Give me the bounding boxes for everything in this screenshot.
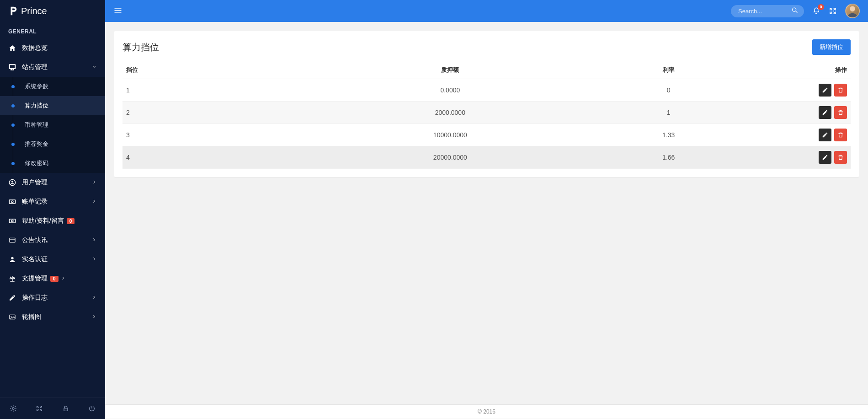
edit-button[interactable] (819, 84, 831, 97)
levels-table: 挡位 质押额 利率 操作 10.0000022000.00001310000.0… (122, 61, 851, 169)
footer-fullscreen[interactable] (27, 398, 53, 419)
cell-actions (778, 124, 851, 146)
nav-badge: 0 (67, 218, 75, 224)
main-content: 算力挡位 新增挡位 挡位 质押额 利率 操作 10.0000022000.000… (105, 0, 868, 404)
money-icon (8, 198, 16, 205)
footer-lock[interactable] (53, 398, 79, 419)
avatar-icon (846, 5, 859, 17)
sidebar-footer (0, 397, 105, 419)
notification-badge: 0 (818, 4, 824, 10)
nav-item-1[interactable]: 站点管理 (0, 58, 105, 77)
nav-item-label: 帮助/资料/留言 (22, 217, 64, 225)
nav-item-4[interactable]: 帮助/资料/留言0 (0, 211, 105, 231)
subnav: 系统参数算力挡位币种管理推荐奖金修改密码 (0, 77, 105, 173)
chevron-right-icon (91, 198, 97, 205)
delete-button[interactable] (834, 84, 847, 97)
pencil-icon (822, 109, 828, 116)
trash-icon (837, 132, 844, 138)
table-row: 22000.00001 (122, 102, 851, 124)
nav-item-5[interactable]: 公告快讯 (0, 231, 105, 250)
col-actions: 操作 (778, 61, 851, 79)
brand-logo[interactable]: Prince (0, 0, 105, 22)
edit-button[interactable] (819, 129, 831, 141)
subnav-item-3[interactable]: 推荐奖金 (0, 134, 105, 154)
delete-button[interactable] (834, 129, 847, 141)
cell-amount: 20000.0000 (341, 146, 559, 169)
money-icon (8, 217, 16, 225)
subnav-item-0[interactable]: 系统参数 (0, 77, 105, 96)
search-box (731, 5, 804, 17)
col-level: 挡位 (122, 61, 341, 79)
trash-icon (837, 109, 844, 116)
panel: 算力挡位 新增挡位 挡位 质押额 利率 操作 10.0000022000.000… (114, 31, 859, 177)
cell-rate: 1.66 (559, 146, 778, 169)
desktop-icon (8, 64, 16, 71)
table-row: 420000.00001.66 (122, 146, 851, 169)
cell-amount: 10000.0000 (341, 124, 559, 146)
nav-item-label: 公告快讯 (22, 236, 48, 244)
subnav-item-4[interactable]: 修改密码 (0, 154, 105, 173)
chevron-right-icon (91, 294, 97, 301)
edit-button[interactable] (819, 106, 831, 119)
cell-rate: 0 (559, 79, 778, 102)
nav-item-label: 充提管理 (22, 274, 48, 283)
add-level-button[interactable]: 新增挡位 (812, 39, 851, 55)
delete-button[interactable] (834, 106, 847, 119)
search-input[interactable] (731, 5, 804, 17)
pencil-icon (822, 132, 828, 138)
user-avatar[interactable] (845, 4, 860, 18)
subnav-item-2[interactable]: 币种管理 (0, 115, 105, 134)
home-icon (8, 44, 16, 52)
user-circle-icon (8, 179, 16, 186)
nav-item-7[interactable]: 充提管理0 (0, 269, 105, 288)
chevron-right-icon (91, 236, 97, 244)
footer-power[interactable] (79, 398, 106, 419)
chevron-right-icon (91, 256, 97, 263)
cell-amount: 0.0000 (341, 79, 559, 102)
subnav-item-1[interactable]: 算力挡位 (0, 96, 105, 115)
sidebar-nav: 数据总览站点管理系统参数算力挡位币种管理推荐奖金修改密码用户管理账单记录帮助/资… (0, 38, 105, 397)
table-row: 310000.00001.33 (122, 124, 851, 146)
user-icon (8, 256, 16, 263)
balance-icon (8, 275, 16, 282)
edit-button[interactable] (819, 151, 831, 164)
notifications-button[interactable]: 0 (812, 7, 820, 15)
topbar: 0 (105, 0, 868, 22)
nav-item-9[interactable]: 轮播图 (0, 307, 105, 327)
edit-icon (8, 294, 16, 301)
pencil-icon (822, 154, 828, 161)
col-rate: 利率 (559, 61, 778, 79)
chevron-right-icon (91, 179, 97, 186)
nav-item-8[interactable]: 操作日志 (0, 288, 105, 307)
window-icon (8, 236, 16, 244)
cell-level: 4 (122, 146, 341, 169)
footer-settings[interactable] (0, 398, 27, 419)
nav-item-label: 账单记录 (22, 198, 48, 206)
sidebar-toggle[interactable] (113, 6, 122, 16)
cell-level: 2 (122, 102, 341, 124)
nav-item-3[interactable]: 账单记录 (0, 192, 105, 211)
cell-actions (778, 146, 851, 169)
nav-item-6[interactable]: 实名认证 (0, 250, 105, 269)
nav-item-label: 站点管理 (22, 63, 48, 71)
power-icon (88, 405, 96, 412)
fullscreen-button[interactable] (829, 7, 837, 15)
cell-level: 3 (122, 124, 341, 146)
trash-icon (837, 154, 844, 161)
nav-item-label: 数据总览 (22, 44, 48, 52)
page-title: 算力挡位 (122, 41, 159, 54)
nav-item-label: 轮播图 (22, 313, 41, 321)
expand-icon (829, 7, 837, 15)
nav-item-label: 用户管理 (22, 178, 48, 187)
expand-icon (36, 405, 43, 412)
nav-item-2[interactable]: 用户管理 (0, 173, 105, 192)
nav-item-0[interactable]: 数据总览 (0, 38, 105, 58)
sidebar: Prince GENERAL 数据总览站点管理系统参数算力挡位币种管理推荐奖金修… (0, 0, 105, 419)
table-row: 10.00000 (122, 79, 851, 102)
nav-item-label: 操作日志 (22, 294, 48, 302)
image-icon (8, 313, 16, 321)
delete-button[interactable] (834, 151, 847, 164)
chevron-down-icon (91, 64, 97, 71)
nav-badge: 0 (50, 276, 59, 282)
pencil-icon (822, 87, 828, 93)
